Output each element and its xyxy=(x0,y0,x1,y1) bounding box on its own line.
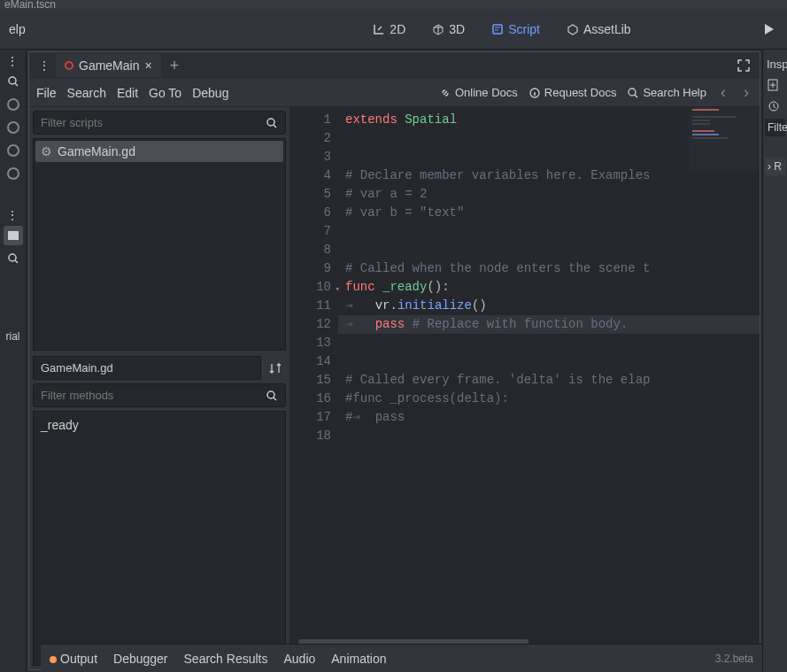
node-icon-1[interactable] xyxy=(4,95,23,114)
inspector-dock: Insp Filte › R xyxy=(762,50,787,672)
code-line[interactable] xyxy=(338,427,760,445)
svg-line-6 xyxy=(15,260,18,263)
request-docs-button[interactable]: Request Docs xyxy=(529,86,617,99)
tab-options-icon[interactable]: ⋮ xyxy=(34,58,56,73)
mode-2d-button[interactable]: 2D xyxy=(364,18,414,41)
svg-line-11 xyxy=(635,95,637,97)
svg-point-5 xyxy=(9,254,16,261)
output-panel-button[interactable]: Output xyxy=(50,652,97,666)
filter-scripts-input[interactable] xyxy=(34,112,258,134)
code-editor[interactable]: 12345678910▾1112131415161718 extends Spa… xyxy=(289,107,760,669)
script-list-item[interactable]: ⚙ GameMain.gd xyxy=(35,141,283,162)
audio-panel-button[interactable]: Audio xyxy=(283,652,315,666)
mode-script-label: Script xyxy=(508,22,540,36)
filter-scripts-search-icon[interactable] xyxy=(258,117,285,129)
play-icon[interactable] xyxy=(765,24,774,35)
search-scene-icon[interactable] xyxy=(4,72,23,91)
history-back-button[interactable]: ‹ xyxy=(717,83,729,102)
method-list-item[interactable]: _ready xyxy=(37,415,282,435)
code-line[interactable]: #⇥ pass xyxy=(338,408,760,427)
request-docs-label: Request Docs xyxy=(544,86,617,99)
dock-options-icon[interactable]: ⋮ xyxy=(2,54,24,68)
inspector-tab[interactable]: Insp xyxy=(763,54,787,74)
node-icon-2[interactable] xyxy=(4,118,23,137)
inspector-filter-input[interactable]: Filte xyxy=(765,119,785,136)
filter-methods-input[interactable] xyxy=(34,384,258,406)
mode-script-button[interactable]: Script xyxy=(482,18,549,41)
mode-assetlib-button[interactable]: AssetLib xyxy=(558,18,640,41)
code-line[interactable]: # Called every frame. 'delta' is the ela… xyxy=(338,371,760,390)
code-line[interactable]: # var b = "text" xyxy=(338,204,760,222)
code-line[interactable] xyxy=(338,334,760,352)
mode-2d-label: 2D xyxy=(390,22,405,36)
svg-point-3 xyxy=(9,77,16,84)
add-tab-button[interactable]: + xyxy=(161,57,189,75)
link-icon xyxy=(439,87,451,99)
filesystem-search-icon[interactable] xyxy=(4,249,23,268)
node-icon-3[interactable] xyxy=(4,141,23,160)
assetlib-icon xyxy=(567,23,579,35)
svg-point-10 xyxy=(629,89,636,96)
filesystem-view-icon[interactable] xyxy=(4,226,23,245)
code-line[interactable]: func _ready(): xyxy=(338,278,760,297)
svg-point-12 xyxy=(267,119,274,126)
online-docs-button[interactable]: Online Docs xyxy=(439,86,518,99)
code-content[interactable]: extends Spatial # Declare member variabl… xyxy=(338,107,760,637)
search-menu[interactable]: Search xyxy=(67,86,106,100)
close-tab-icon[interactable]: × xyxy=(144,58,151,73)
search-help-label: Search Help xyxy=(643,86,706,99)
history-forward-button[interactable]: › xyxy=(740,83,752,102)
2d-icon xyxy=(373,23,385,35)
code-line[interactable]: #func _process(delta): xyxy=(338,390,760,408)
svg-point-14 xyxy=(267,391,274,398)
code-line[interactable] xyxy=(338,222,760,241)
svg-line-15 xyxy=(274,398,276,400)
code-line[interactable]: ⇥ vr.initialize() xyxy=(338,297,760,315)
mode-assetlib-label: AssetLib xyxy=(583,22,631,36)
code-line[interactable]: # Called when the node enters the scene … xyxy=(338,259,760,278)
code-line[interactable] xyxy=(338,241,760,259)
script-gear-icon: ⚙ xyxy=(41,144,52,158)
debug-menu[interactable]: Debug xyxy=(192,86,228,100)
mode-3d-button[interactable]: 3D xyxy=(423,18,474,41)
method-list[interactable]: _ready xyxy=(33,411,286,666)
inspector-property-row[interactable]: › R xyxy=(765,158,785,175)
tab-label: GameMain xyxy=(79,58,139,73)
bottom-panel-bar: Output Debugger Search Results Audio Ani… xyxy=(41,644,762,672)
inspector-add-icon[interactable] xyxy=(763,74,787,96)
code-line[interactable]: # var a = 2 xyxy=(338,185,760,204)
dock-options-icon-2[interactable]: ⋮ xyxy=(2,208,24,222)
edit-menu[interactable]: Edit xyxy=(117,86,138,100)
search-help-icon xyxy=(627,87,639,99)
scene-tab-icon xyxy=(65,61,73,70)
minimap[interactable] xyxy=(689,107,760,169)
script-list[interactable]: ⚙ GameMain.gd xyxy=(33,138,286,351)
sort-methods-icon[interactable] xyxy=(265,358,286,379)
file-menu[interactable]: File xyxy=(36,86,57,100)
output-indicator-icon xyxy=(50,656,57,663)
inspector-history-icon[interactable] xyxy=(763,96,787,117)
mode-3d-label: 3D xyxy=(449,22,465,36)
help-menu[interactable]: elp xyxy=(9,22,26,36)
code-line[interactable]: ⇥ pass # Replace with function body. xyxy=(338,315,760,334)
debugger-panel-button[interactable]: Debugger xyxy=(113,652,168,666)
goto-menu[interactable]: Go To xyxy=(149,86,181,100)
line-gutter: 12345678910▾1112131415161718 xyxy=(289,107,338,637)
code-line[interactable] xyxy=(338,352,760,371)
online-docs-label: Online Docs xyxy=(455,86,518,99)
search-help-button[interactable]: Search Help xyxy=(627,86,706,99)
svg-line-13 xyxy=(274,125,276,127)
svg-rect-0 xyxy=(493,25,502,34)
node-icon-4[interactable] xyxy=(4,164,23,183)
animation-panel-button[interactable]: Animation xyxy=(331,652,386,666)
tab-gamemain[interactable]: GameMain × xyxy=(56,54,161,77)
search-results-panel-button[interactable]: Search Results xyxy=(184,652,268,666)
filter-methods-search-icon[interactable] xyxy=(258,390,285,402)
spatial-node-label[interactable]: rial xyxy=(4,328,21,344)
code-line[interactable]: # Declare member variables here. Example… xyxy=(338,166,760,185)
tab-bar: ⋮ GameMain × + xyxy=(29,52,760,79)
script-list-panel: ⚙ GameMain.gd _ready xyxy=(29,107,289,669)
current-script-field[interactable] xyxy=(33,356,261,380)
info-icon xyxy=(529,87,541,99)
distraction-free-icon[interactable] xyxy=(728,58,760,73)
